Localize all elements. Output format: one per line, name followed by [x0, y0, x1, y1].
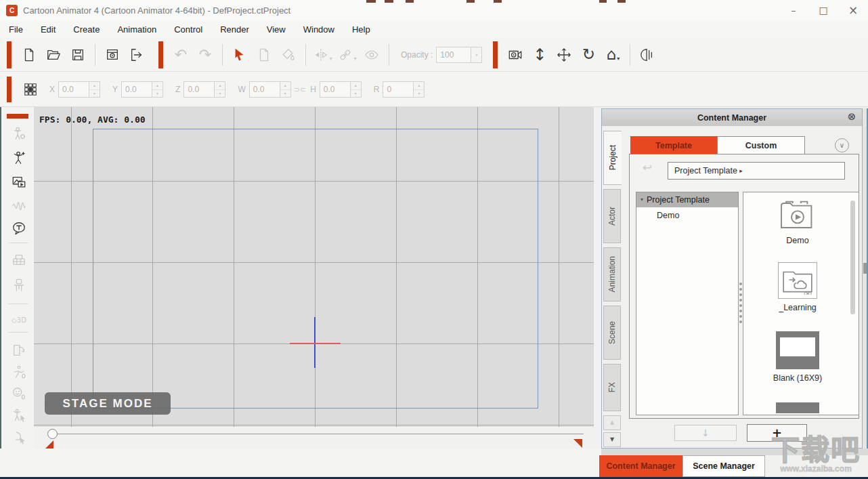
wh-link-icon[interactable]: ⊃⊂	[294, 86, 306, 93]
tree-caret-icon[interactable]: ▾	[641, 197, 643, 203]
snap-grid-button[interactable]	[18, 77, 43, 102]
tree-item-demo[interactable]: Demo	[636, 207, 738, 224]
tab-custom[interactable]: Custom	[717, 136, 805, 154]
h-field[interactable]: 0.0▲▼	[320, 81, 362, 98]
save-project-button[interactable]	[66, 43, 90, 67]
library-item-partial[interactable]	[776, 402, 819, 413]
doll-figure-icon[interactable]	[10, 276, 28, 294]
select-tool-button[interactable]	[227, 43, 252, 67]
menu-create[interactable]: Create	[64, 22, 108, 37]
maximize-button[interactable]: □	[808, 0, 838, 20]
breadcrumb-back-icon[interactable]: ↩	[643, 162, 652, 173]
splitter-handle[interactable]	[739, 283, 742, 323]
library-item-demo[interactable]: Demo	[743, 199, 852, 245]
color-fill-button[interactable]	[276, 43, 301, 67]
timeline-end-marker[interactable]	[573, 439, 582, 448]
home-view-button[interactable]: ⌂▾	[601, 43, 625, 67]
content-manager-tab[interactable]: Content Manager	[599, 455, 682, 477]
audio-icon[interactable]	[10, 196, 28, 214]
download-button[interactable]: ↓	[674, 425, 737, 441]
side-tab-fx[interactable]: FX	[603, 364, 621, 411]
sprite-flip-icon[interactable]	[10, 341, 28, 359]
panel-close-icon[interactable]: ⊗	[847, 112, 856, 122]
body-key-icon[interactable]	[10, 407, 28, 424]
side-tab-animation[interactable]: Animation	[603, 247, 621, 301]
link-button[interactable]: ▾	[335, 43, 360, 67]
folder-tree: ▾ Project Template Demo	[636, 192, 739, 415]
panel-collapse-icon[interactable]: ∨	[835, 138, 849, 152]
preview-button[interactable]	[100, 43, 125, 67]
watermark-artifact	[617, 0, 626, 3]
menu-control[interactable]: Control	[165, 22, 211, 37]
curtain-button[interactable]	[635, 43, 659, 67]
library-item-blank-169[interactable]: Blank (16X9)	[743, 331, 852, 383]
toolbar-separator	[305, 44, 306, 66]
side-tab-scroll-down[interactable]: ▼	[603, 432, 621, 447]
text-bubble-icon[interactable]	[10, 220, 28, 237]
rotate-tool-button[interactable]: ↻	[576, 43, 601, 67]
panel-shadow	[601, 449, 868, 455]
window-controls: – □ ×	[779, 0, 868, 20]
menu-render[interactable]: Render	[211, 22, 258, 37]
side-tab-scroll-up[interactable]: ▲	[603, 415, 621, 430]
side-tab-project[interactable]: Project	[603, 131, 622, 185]
w-field[interactable]: 0.0▲▼	[249, 81, 291, 98]
visibility-button[interactable]	[360, 43, 384, 67]
side-tab-actor[interactable]: Actor	[603, 189, 621, 243]
y-label: Y	[112, 85, 118, 94]
props-icon[interactable]	[10, 251, 28, 268]
scene-manager-tab[interactable]: Scene Manager	[682, 455, 765, 477]
tree-item-project-template[interactable]: ▾ Project Template	[636, 192, 738, 207]
menu-window[interactable]: Window	[295, 22, 343, 37]
window-right-edge	[863, 108, 868, 449]
timeline-handle[interactable]	[47, 429, 58, 439]
r-field[interactable]: 0▲▼	[383, 81, 425, 98]
sidebar-separator	[8, 304, 28, 304]
3d-motion-icon[interactable]: ◇3D	[10, 312, 28, 329]
z-field[interactable]: 0.0▲▼	[183, 81, 225, 98]
breadcrumb[interactable]: Project Template ▸	[668, 162, 845, 180]
add-content-button[interactable]: +	[747, 424, 807, 442]
x-label: X	[49, 85, 55, 94]
flip-button[interactable]: ▾	[311, 43, 335, 67]
move-tool-button[interactable]	[552, 43, 576, 67]
right-edge-thumb[interactable]	[863, 263, 867, 274]
minimize-button[interactable]: –	[779, 0, 808, 20]
folder-play-icon	[778, 199, 817, 232]
stage-border	[93, 129, 538, 409]
side-tab-scene[interactable]: Scene	[603, 306, 621, 360]
open-project-button[interactable]	[41, 43, 66, 67]
export-button[interactable]	[125, 43, 149, 67]
actor-setup-icon[interactable]	[10, 125, 28, 142]
tab-template[interactable]: Template	[630, 136, 717, 154]
menu-animation[interactable]: Animation	[108, 22, 165, 37]
face-puppet-icon[interactable]	[10, 385, 28, 402]
cartoon-animator-window: { "titlebar": {"title": "Cartoon Animato…	[0, 0, 868, 479]
timeline-track[interactable]	[49, 434, 584, 434]
h-label: H	[310, 85, 316, 94]
close-button[interactable]: ×	[838, 0, 868, 20]
menu-edit[interactable]: Edit	[32, 22, 64, 37]
library-item-learning[interactable]: _Learning	[743, 262, 852, 312]
media-library-icon[interactable]	[10, 173, 28, 191]
panel-header[interactable]: Content Manager ⊗	[602, 109, 862, 126]
new-project-button[interactable]	[17, 43, 41, 67]
create-actor-icon[interactable]	[10, 149, 28, 167]
motion-puppet-icon[interactable]	[10, 363, 28, 381]
collect-clip-button[interactable]	[252, 43, 276, 67]
y-field[interactable]: 0.0▲▼	[121, 81, 163, 98]
stage-canvas[interactable]: FPS: 0.00, AVG: 0.00 STAGE MODE	[34, 107, 594, 427]
undo-button[interactable]: ↶	[169, 43, 193, 67]
menu-view[interactable]: View	[258, 22, 295, 37]
x-field[interactable]: 0.0▲▼	[58, 81, 100, 98]
menu-help[interactable]: Help	[343, 22, 379, 37]
fps-readout: FPS: 0.00, AVG: 0.00	[39, 114, 146, 125]
pan-vertical-button[interactable]: ↕	[527, 43, 552, 67]
toolbar-accent-bar	[7, 41, 12, 68]
face-key-icon[interactable]	[10, 428, 28, 446]
camera-view-button[interactable]	[503, 43, 527, 67]
toolbar-separator	[222, 44, 223, 66]
redo-button[interactable]: ↷	[193, 43, 217, 67]
menu-file[interactable]: File	[0, 22, 32, 37]
opacity-field[interactable]: 100 ▼	[436, 47, 482, 63]
